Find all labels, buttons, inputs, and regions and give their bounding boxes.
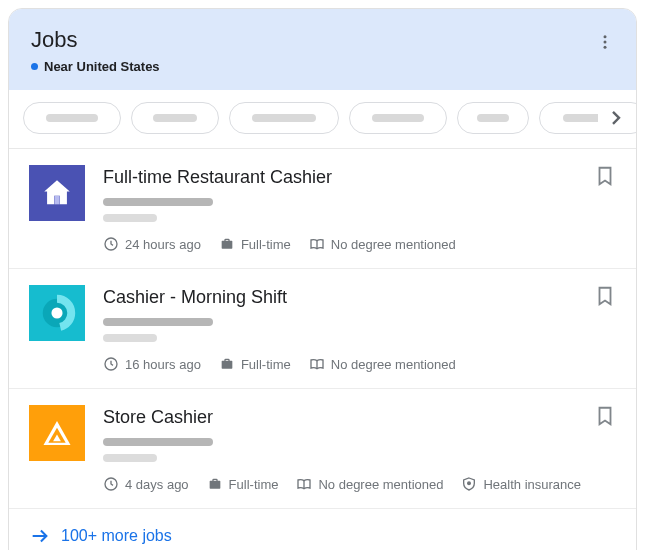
meta-benefit-text: Health insurance: [483, 477, 581, 492]
briefcase-icon: [219, 356, 235, 372]
header-location[interactable]: Near United States: [31, 59, 614, 74]
job-item[interactable]: Cashier - Morning Shift 16 hours ago Ful…: [9, 269, 636, 389]
arrow-right-icon: [29, 525, 51, 547]
chip-placeholder: [153, 114, 197, 122]
bookmark-icon: [594, 405, 616, 427]
chip-placeholder: [372, 114, 424, 122]
briefcase-icon: [207, 476, 223, 492]
meta-degree-text: No degree mentioned: [331, 237, 456, 252]
header-location-text: Near United States: [44, 59, 160, 74]
briefcase-icon: [219, 236, 235, 252]
more-vert-icon: [596, 33, 614, 51]
meta-degree-text: No degree mentioned: [318, 477, 443, 492]
job-meta: 24 hours ago Full-time No degree mention…: [103, 236, 616, 252]
filter-chip[interactable]: [349, 102, 447, 134]
filter-chips-row: [9, 90, 636, 149]
overflow-menu-button[interactable]: [592, 29, 618, 55]
bookmark-icon: [594, 285, 616, 307]
filter-chip[interactable]: [131, 102, 219, 134]
meta-posted-text: 16 hours ago: [125, 357, 201, 372]
book-icon: [296, 476, 312, 492]
chip-placeholder: [46, 114, 98, 122]
job-body: Full-time Restaurant Cashier 24 hours ag…: [103, 165, 616, 252]
clock-icon: [103, 356, 119, 372]
meta-type: Full-time: [219, 356, 291, 372]
header-title: Jobs: [31, 27, 614, 53]
meta-type-text: Full-time: [229, 477, 279, 492]
more-jobs-text: 100+ more jobs: [61, 527, 172, 545]
clock-icon: [103, 476, 119, 492]
meta-posted: 16 hours ago: [103, 356, 201, 372]
book-icon: [309, 236, 325, 252]
meta-degree-text: No degree mentioned: [331, 357, 456, 372]
job-meta: 16 hours ago Full-time No degree mention…: [103, 356, 616, 372]
job-title: Cashier - Morning Shift: [103, 287, 616, 308]
job-body: Cashier - Morning Shift 16 hours ago Ful…: [103, 285, 616, 372]
company-logo: [29, 285, 85, 341]
job-title: Full-time Restaurant Cashier: [103, 167, 616, 188]
house-icon: [40, 176, 74, 210]
filter-chip[interactable]: [23, 102, 121, 134]
bookmark-button[interactable]: [594, 165, 616, 187]
book-icon: [309, 356, 325, 372]
location-placeholder: [103, 454, 157, 462]
meta-posted: 4 days ago: [103, 476, 189, 492]
bookmark-button[interactable]: [594, 285, 616, 307]
filter-chip[interactable]: [229, 102, 339, 134]
chip-placeholder: [252, 114, 316, 122]
location-placeholder: [103, 214, 157, 222]
company-logo: [29, 405, 85, 461]
jobs-card: Jobs Near United States Full-time Restau…: [8, 8, 637, 550]
more-jobs-link[interactable]: 100+ more jobs: [9, 509, 636, 550]
chips-scroll-right-button[interactable]: [598, 106, 628, 130]
meta-type-text: Full-time: [241, 357, 291, 372]
job-item[interactable]: Store Cashier 4 days ago Full-time No de…: [9, 389, 636, 509]
meta-benefit: Health insurance: [461, 476, 581, 492]
meta-posted-text: 24 hours ago: [125, 237, 201, 252]
donut-icon: [38, 294, 76, 332]
company-placeholder: [103, 438, 213, 446]
location-placeholder: [103, 334, 157, 342]
meta-type-text: Full-time: [241, 237, 291, 252]
chevron-right-icon: [604, 106, 628, 130]
meta-degree: No degree mentioned: [309, 236, 456, 252]
company-placeholder: [103, 198, 213, 206]
meta-degree: No degree mentioned: [296, 476, 443, 492]
company-logo: [29, 165, 85, 221]
shield-icon: [461, 476, 477, 492]
meta-type: Full-time: [219, 236, 291, 252]
svg-point-8: [51, 307, 62, 318]
chip-placeholder: [477, 114, 509, 122]
job-item[interactable]: Full-time Restaurant Cashier 24 hours ag…: [9, 149, 636, 269]
meta-posted-text: 4 days ago: [125, 477, 189, 492]
header: Jobs Near United States: [9, 9, 636, 90]
location-dot-icon: [31, 63, 38, 70]
job-body: Store Cashier 4 days ago Full-time No de…: [103, 405, 616, 492]
triangle-icon: [39, 415, 75, 451]
svg-point-2: [604, 46, 607, 49]
bookmark-button[interactable]: [594, 405, 616, 427]
svg-point-1: [604, 41, 607, 44]
company-placeholder: [103, 318, 213, 326]
filter-chip[interactable]: [457, 102, 529, 134]
job-title: Store Cashier: [103, 407, 616, 428]
svg-point-16: [468, 482, 471, 485]
svg-point-0: [604, 35, 607, 38]
svg-rect-3: [54, 196, 59, 205]
meta-type: Full-time: [207, 476, 279, 492]
meta-posted: 24 hours ago: [103, 236, 201, 252]
job-meta: 4 days ago Full-time No degree mentioned…: [103, 476, 616, 492]
clock-icon: [103, 236, 119, 252]
bookmark-icon: [594, 165, 616, 187]
meta-degree: No degree mentioned: [309, 356, 456, 372]
